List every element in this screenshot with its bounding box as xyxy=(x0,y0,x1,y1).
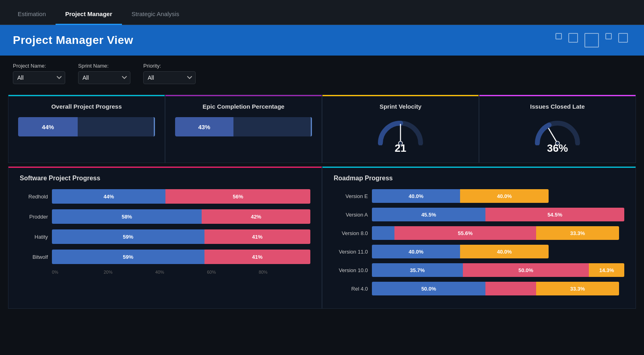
roadmap-progress-panel: Roadmap Progress Version E 40.0% 40.0% V… xyxy=(322,166,636,309)
roadmap-bar-version-e: 40.0% 40.0% xyxy=(372,189,624,203)
deco-rect-5 xyxy=(618,33,628,43)
tab-strategic-analysis[interactable]: Strategic Analysis xyxy=(122,4,189,25)
bar-seg-redhold-blue: 44% xyxy=(52,189,165,204)
sprint-velocity-value: 21 xyxy=(395,142,407,155)
bar-row-bitwolf: Bitwolf 59% 41% xyxy=(20,250,310,264)
roadmap-bar-version-10: 35.7% 50.0% 14.3% xyxy=(372,263,624,277)
kpi-issues-closed-late: Issues Closed Late 36% xyxy=(479,95,636,163)
software-progress-panel: Software Project Progress Redhold 44% 56… xyxy=(8,166,322,309)
filter-sprint-name-label: Sprint Name: xyxy=(78,63,130,69)
roadmap-bar-version-a: 45.5% 54.5% xyxy=(372,208,624,221)
roadmap-label-version-e: Version E xyxy=(334,193,368,199)
svg-line-2 xyxy=(549,128,557,143)
software-progress-chart: Redhold 44% 56% Prodder 58% 42% Hatity 5… xyxy=(20,189,310,264)
bar-container-bitwolf: 59% 41% xyxy=(52,250,310,264)
filter-project-name: Project Name: All xyxy=(13,63,65,84)
tab-project-manager[interactable]: Project Manager xyxy=(56,4,122,25)
bar-seg-hatity-blue: 59% xyxy=(52,229,204,244)
bar-label-prodder: Prodder xyxy=(20,214,48,220)
roadmap-bar-rel-4: 50.0% 33.3% xyxy=(372,282,624,295)
roadmap-seg-va-pink: 54.5% xyxy=(485,208,624,221)
roadmap-row-version-8: Version 8.0 55.6% 33.3% xyxy=(334,226,624,240)
x-tick-0: 0% xyxy=(52,270,103,275)
deco-rect-3 xyxy=(584,33,599,47)
roadmap-label-version-11: Version 11.0 xyxy=(334,249,368,255)
bar-label-redhold: Redhold xyxy=(20,194,48,200)
software-progress-title: Software Project Progress xyxy=(20,175,310,182)
x-tick-60: 60% xyxy=(207,270,258,275)
roadmap-label-version-a: Version A xyxy=(334,212,368,218)
bar-container-redhold: 44% 56% xyxy=(52,189,310,204)
sprint-name-select[interactable]: All xyxy=(78,71,130,84)
roadmap-seg-ve-blue: 40.0% xyxy=(372,189,460,203)
issues-closed-late-gauge: 36% xyxy=(489,117,626,155)
bar-seg-prodder-blue: 58% xyxy=(52,209,202,224)
bar-label-bitwolf: Bitwolf xyxy=(20,254,48,260)
epic-completion-bar-wrap: 43% xyxy=(175,117,312,136)
bottom-section: Software Project Progress Redhold 44% 56… xyxy=(0,166,644,309)
kpi-issues-closed-late-title: Issues Closed Late xyxy=(489,103,626,110)
tab-bar: Estimation Project Manager Strategic Ana… xyxy=(0,0,644,25)
x-tick-20: 20% xyxy=(103,270,155,275)
bar-seg-prodder-pink: 42% xyxy=(202,209,310,224)
x-axis: 0% 20% 40% 60% 80% xyxy=(52,270,310,275)
kpi-epic-completion: Epic Completion Percentage 43% xyxy=(165,95,322,163)
roadmap-seg-ve-orange: 40.0% xyxy=(460,189,548,203)
overall-progress-bar-fill: 44% xyxy=(18,117,78,136)
deco-rect-4 xyxy=(605,33,612,39)
roadmap-row-version-11: Version 11.0 40.0% 40.0% xyxy=(334,245,624,258)
bar-seg-bitwolf-pink: 41% xyxy=(204,250,310,264)
bar-label-hatity: Hatity xyxy=(20,234,48,240)
issues-closed-late-value: 36% xyxy=(547,142,568,155)
epic-completion-value: 43% xyxy=(198,124,210,130)
issues-closed-late-gauge-svg xyxy=(533,117,582,145)
sprint-velocity-gauge-svg xyxy=(376,117,425,145)
roadmap-seg-r4-orange: 33.3% xyxy=(536,282,619,295)
filter-sprint-name: Sprint Name: All xyxy=(78,63,130,84)
overall-progress-value: 44% xyxy=(42,124,54,130)
bar-row-redhold: Redhold 44% 56% xyxy=(20,189,310,204)
roadmap-bar-version-11: 40.0% 40.0% xyxy=(372,245,624,258)
roadmap-chart: Version E 40.0% 40.0% Version A 45.5% 54… xyxy=(334,189,624,295)
roadmap-seg-v11-orange: 40.0% xyxy=(460,245,548,258)
kpi-cards-row: Overall Project Progress 44% Epic Comple… xyxy=(0,95,644,163)
tab-estimation[interactable]: Estimation xyxy=(8,4,56,25)
roadmap-row-version-e: Version E 40.0% 40.0% xyxy=(334,189,624,203)
roadmap-seg-r4-pink xyxy=(485,282,536,295)
roadmap-row-version-a: Version A 45.5% 54.5% xyxy=(334,208,624,221)
priority-select[interactable]: All xyxy=(143,71,196,84)
project-name-select[interactable]: All xyxy=(13,71,65,84)
x-tick-40: 40% xyxy=(155,270,207,275)
filter-project-name-label: Project Name: xyxy=(13,63,65,69)
epic-completion-bar-fill: 43% xyxy=(175,117,233,136)
kpi-sprint-velocity: Sprint Velocity 21 xyxy=(322,95,479,163)
sprint-velocity-gauge: 21 xyxy=(332,117,469,155)
roadmap-label-rel-4: Rel 4.0 xyxy=(334,286,368,292)
roadmap-seg-v8-blue xyxy=(372,226,394,240)
roadmap-seg-va-blue: 45.5% xyxy=(372,208,485,221)
bar-container-prodder: 58% 42% xyxy=(52,209,310,224)
bar-seg-redhold-pink: 56% xyxy=(165,189,310,204)
x-tick-80: 80% xyxy=(259,270,310,275)
roadmap-label-version-10: Version 10.0 xyxy=(334,267,368,273)
filters-bar: Project Name: All Sprint Name: All Prior… xyxy=(0,56,644,91)
kpi-epic-completion-title: Epic Completion Percentage xyxy=(175,103,312,110)
roadmap-seg-v10-pink: 50.0% xyxy=(463,263,589,277)
roadmap-label-version-8: Version 8.0 xyxy=(334,230,368,236)
kpi-overall-progress-title: Overall Project Progress xyxy=(18,103,155,110)
roadmap-seg-v10-blue: 35.7% xyxy=(372,263,463,277)
roadmap-seg-v8-pink: 55.6% xyxy=(394,226,536,240)
banner-decoration xyxy=(555,33,628,47)
roadmap-bar-version-8: 55.6% 33.3% xyxy=(372,226,624,240)
roadmap-seg-v11-blue: 40.0% xyxy=(372,245,460,258)
roadmap-seg-v10-orange: 14.3% xyxy=(589,263,624,277)
bar-row-hatity: Hatity 59% 41% xyxy=(20,229,310,244)
filter-priority-label: Priority: xyxy=(143,63,196,69)
roadmap-progress-title: Roadmap Progress xyxy=(334,175,624,182)
kpi-overall-progress: Overall Project Progress 44% xyxy=(8,95,165,163)
bar-seg-bitwolf-blue: 59% xyxy=(52,250,204,264)
overall-progress-bar-wrap: 44% xyxy=(18,117,155,136)
page-title: Project Manager View xyxy=(13,34,631,47)
kpi-sprint-velocity-title: Sprint Velocity xyxy=(332,103,469,110)
header-banner: Project Manager View xyxy=(0,25,644,56)
